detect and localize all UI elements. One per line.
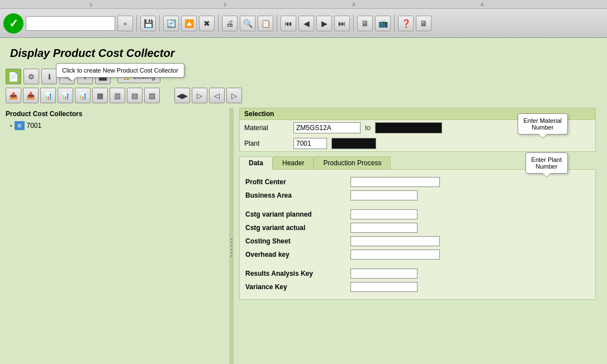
material-callout: Enter MaterialNumber — [518, 113, 568, 135]
plant-to-input[interactable] — [331, 138, 376, 149]
layout-button-4[interactable]: ▧ — [144, 88, 160, 103]
import-button[interactable]: 📥 — [23, 88, 39, 103]
monitor-button[interactable]: 🖥 — [416, 16, 431, 31]
results-analysis-input[interactable] — [350, 269, 418, 279]
plant-callout: Enter PlantNumber — [525, 152, 568, 174]
tree-section-title: Product Cost Collectors — [6, 108, 229, 120]
results-analysis-row: Results Analysis Key — [245, 267, 590, 280]
tree-item-7001[interactable]: • ⊞ 7001 — [6, 120, 229, 131]
cstg-planned-label: Cstg variant planned — [245, 210, 346, 218]
right-panel: Selection Material to Plant Enter Materi… — [234, 108, 601, 364]
material-input[interactable] — [293, 122, 361, 133]
tree-item-label: 7001 — [27, 122, 42, 130]
costing-sheet-row: Costing Sheet — [245, 234, 590, 248]
cstg-actual-input[interactable] — [350, 223, 418, 233]
plant-callout-text: Enter PlantNumber — [532, 156, 562, 170]
main-content: Display Product Cost Collector 📄 ⚙ ℹ Cli… — [0, 38, 607, 364]
new-doc-button[interactable]: 📄 — [6, 69, 21, 84]
layout-button-3[interactable]: ▤ — [127, 88, 143, 103]
separator-3 — [218, 15, 219, 32]
layout-button-1[interactable]: ▦ — [92, 88, 108, 103]
command-input[interactable] — [26, 16, 115, 31]
nav-back-button[interactable]: « — [117, 16, 133, 31]
profit-center-row: Profit Center — [245, 175, 590, 189]
main-toolbar: ✓ « 💾 🔄 🔼 ✖ 🖨 🔍 📋 ⏮ ◀ ▶ ⏭ 🖥 📺 ❓ 🖥 — [0, 9, 607, 38]
tree-button-1[interactable]: 📊 — [40, 88, 56, 103]
tab-data[interactable]: Data — [239, 156, 273, 170]
layout-button-2[interactable]: ▥ — [110, 88, 125, 103]
nav-collapse[interactable]: ◀▶ — [174, 88, 190, 103]
tab-production-process[interactable]: Production Process — [314, 156, 391, 170]
find-next-button[interactable]: 📋 — [258, 16, 273, 31]
divider-dots — [231, 238, 233, 257]
form-area: Profit Center Business Area Cstg variant… — [239, 169, 596, 300]
overhead-key-row: Overhead key — [245, 248, 590, 261]
move-right[interactable]: ▷ — [226, 88, 242, 103]
tree-item-icon: ⊞ — [15, 121, 25, 130]
cstg-actual-label: Cstg variant actual — [245, 224, 346, 232]
cstg-planned-row: Cstg variant planned — [245, 208, 590, 221]
costing-sheet-input[interactable] — [350, 236, 440, 246]
new-product-cost-collector-tooltip: Click to create New Product Cost Collect… — [56, 63, 184, 78]
window-button-2[interactable]: 📺 — [375, 16, 391, 31]
settings-button[interactable]: ⚙ — [23, 69, 39, 84]
move-left[interactable]: ◁ — [209, 88, 225, 103]
check-button[interactable]: ✓ — [3, 13, 23, 33]
separator-6 — [394, 15, 395, 32]
tree-bullet: • — [10, 123, 12, 129]
tree-button-2[interactable]: 📊 — [58, 88, 73, 103]
nav-first-button[interactable]: ⏮ — [281, 16, 296, 31]
print-button[interactable]: 🖨 — [222, 16, 238, 31]
results-analysis-label: Results Analysis Key — [245, 270, 346, 277]
separator-1 — [136, 15, 137, 32]
left-panel: Product Cost Collectors • ⊞ 7001 — [6, 108, 229, 364]
material-callout-text: Enter MaterialNumber — [524, 117, 562, 131]
overhead-key-label: Overhead key — [245, 251, 346, 258]
profit-center-input[interactable] — [350, 177, 440, 187]
variance-key-row: Variance Key — [245, 280, 590, 294]
nav-expand[interactable]: ▷ — [192, 88, 207, 103]
cancel-button[interactable]: ✖ — [199, 16, 215, 31]
cstg-actual-row: Cstg variant actual — [245, 221, 590, 234]
export-button[interactable]: 📤 — [6, 88, 21, 103]
nav-last-button[interactable]: ⏭ — [334, 16, 350, 31]
separator-4 — [277, 15, 277, 32]
check-icon: ✓ — [9, 17, 18, 30]
tree-button-3[interactable]: 📊 — [75, 88, 91, 103]
help-button[interactable]: ❓ — [398, 16, 414, 31]
business-area-row: Business Area — [245, 189, 590, 202]
material-to-input[interactable] — [375, 122, 442, 133]
separator-5 — [353, 15, 354, 32]
window-button-1[interactable]: 🖥 — [357, 16, 373, 31]
shortcut-button-1[interactable]: 🔄 — [163, 16, 179, 31]
nav-up-button[interactable]: 🔼 — [181, 16, 197, 31]
panel-divider[interactable] — [229, 108, 234, 364]
spacer-1 — [245, 202, 590, 208]
variance-key-input[interactable] — [350, 282, 418, 292]
secondary-toolbar: 📄 ⚙ ℹ Click to create New Product Cost C… — [6, 69, 601, 84]
page-title: Display Product Cost Collector — [6, 44, 601, 63]
costing-sheet-label: Costing Sheet — [245, 237, 346, 245]
find-button[interactable]: 🔍 — [240, 16, 255, 31]
spacer-2 — [245, 261, 590, 267]
separator-2 — [159, 15, 160, 32]
plant-input[interactable] — [293, 138, 327, 149]
content-area: Product Cost Collectors • ⊞ 7001 Select — [6, 108, 601, 364]
profit-center-label: Profit Center — [245, 178, 346, 186]
nav-next-button[interactable]: ▶ — [316, 16, 332, 31]
variance-key-label: Variance Key — [245, 283, 346, 291]
save-button[interactable]: 💾 — [140, 16, 156, 31]
plant-label: Plant — [244, 140, 289, 147]
overhead-key-input[interactable] — [350, 250, 440, 260]
info-button[interactable]: ℹ — [41, 69, 57, 84]
cstg-planned-input[interactable] — [350, 209, 418, 219]
nav-prev-button[interactable]: ◀ — [298, 16, 314, 31]
material-to-label: to — [365, 124, 371, 132]
business-area-label: Business Area — [245, 191, 346, 199]
business-area-input[interactable] — [350, 190, 418, 200]
tab-header[interactable]: Header — [273, 156, 314, 170]
material-label: Material — [244, 124, 289, 132]
